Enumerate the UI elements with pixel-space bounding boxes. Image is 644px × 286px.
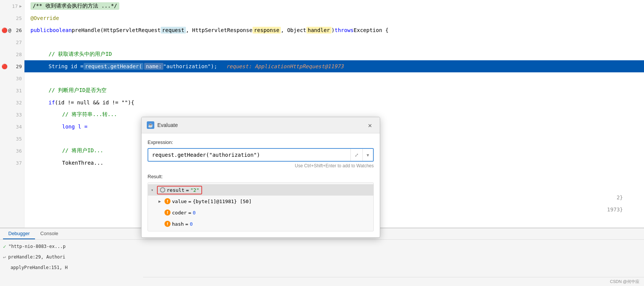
dialog-app-icon: ☕ (147, 121, 154, 129)
line-num-32: 32 (16, 100, 22, 106)
right-panel-values: 2} 1973} (607, 191, 629, 216)
gutter-line-36: 36 (0, 145, 24, 157)
expression-input[interactable] (148, 149, 350, 161)
dialog-title-text: Evaluate (157, 122, 178, 128)
gutter-line-26: 🔴 @ 26 (0, 24, 24, 36)
exception-text: Exception { (354, 27, 389, 33)
comma2: , Object (281, 27, 306, 33)
item-text-2: preHandle:29, Authori (8, 254, 65, 260)
result-row-3[interactable]: f coder = 0 (148, 207, 373, 218)
result-key-2: value (172, 199, 187, 204)
line-num-31: 31 (16, 88, 22, 93)
line-num-35: 35 (16, 136, 22, 142)
check-icon-1: ✓ (3, 243, 6, 249)
gutter-line-33: 33 (0, 109, 24, 121)
dropdown-arrow-btn[interactable]: ▾ (362, 149, 373, 161)
line-num-36: 36 (16, 148, 22, 154)
code-line-17: /** 收到请求会执行的方法 ...*/ (24, 0, 644, 12)
line-num-37: 37 (16, 160, 22, 166)
result-eq-3: = (188, 210, 191, 216)
gutter-line-29: 🔴 29 (0, 60, 24, 72)
code-37: TokenThrea... (62, 160, 104, 166)
hl-method-call: request.getHeader( (84, 63, 144, 70)
kw-public: public (30, 27, 50, 33)
tab-debugger[interactable]: Debugger (3, 228, 35, 239)
gutter-line-17: 17 ▶ (0, 0, 24, 12)
hl-string-id: String id = (49, 63, 84, 69)
method-prehandle: preHandle (72, 27, 100, 33)
result-key-3: coder (172, 210, 187, 216)
result-row-2[interactable]: ▶ f value = {byte[1]@11981} [50] (148, 196, 373, 207)
kw-long: long l = (62, 124, 87, 130)
comment-33: // 将字符串...转... (62, 111, 117, 118)
condition-32: (id != null && id != ""){ (55, 99, 134, 106)
result-val-4: 0 (190, 221, 193, 227)
breakpoint-icon-29: 🔴 (2, 64, 8, 69)
code-line-28: // 获取请求头中的用户ID (24, 48, 644, 60)
code-line-27 (24, 36, 644, 48)
line-num-30: 30 (16, 76, 22, 81)
result-icon-f-2: f (164, 198, 171, 204)
bottom-item-2[interactable]: ↩ preHandle:29, Authori (3, 252, 641, 262)
type-httprequest: HttpServletRequest (104, 27, 161, 33)
code-line-32: if (id != null && id != ""){ (24, 96, 644, 109)
expand-chevron-2: ▶ (158, 199, 163, 204)
bottom-item-1[interactable]: ✓ "http-nio-8083-ex...p (3, 241, 641, 252)
result-row-1[interactable]: ▾ result = "2" (148, 184, 373, 196)
line-num-34: 34 (16, 124, 22, 130)
line-num-17: 17 (12, 3, 18, 9)
right-val-2: 1973} (607, 203, 629, 216)
comment-28: // 获取请求头中的用户ID (49, 51, 112, 58)
code-line-25: @Override (24, 12, 644, 24)
gutter-line-28: 28 (0, 48, 24, 60)
debugger-icon-26: 🔴 (2, 28, 8, 33)
line-number-gutter: 17 ▶ 25 🔴 @ 26 27 28 🔴 29 30 31 (0, 0, 24, 228)
comma1: , HttpServletResponse (186, 27, 253, 33)
gutter-line-31: 31 (0, 84, 24, 96)
expression-label: Expression: (148, 139, 374, 145)
expression-input-row: ⤢ ▾ (148, 148, 374, 162)
dialog-body: Expression: ⤢ ▾ Use Ctrl+Shift+Enter to … (142, 133, 380, 237)
comment-31: // 判断用户ID是否为空 (49, 87, 107, 94)
item-text-1: "http-nio-8083-ex...p (8, 244, 65, 249)
result-area: ▾ result = "2" ▶ f value = {byte[1]@1198… (148, 182, 374, 231)
gutter-line-35: 35 (0, 133, 24, 145)
expand-chevron-1: ▾ (151, 188, 155, 193)
hl-rest: "authorization"); (163, 63, 217, 69)
result-outlined-box: result = "2" (157, 186, 202, 194)
line-num-28: 28 (16, 52, 22, 57)
tab-console[interactable]: Console (35, 228, 64, 239)
param-request: request (161, 27, 186, 34)
result-val-3: 0 (193, 210, 196, 216)
result-val-1: "2" (190, 187, 199, 193)
watch-icon-26: @ (8, 28, 11, 33)
expand-icon-btn[interactable]: ⤢ (350, 149, 362, 161)
param-handler: handler (306, 27, 332, 34)
expression-hint: Use Ctrl+Shift+Enter to add to Watches (148, 163, 374, 168)
hl-name-param: name: (144, 63, 163, 70)
result-key-1: result (167, 187, 184, 193)
gutter-line-32: 32 (0, 96, 24, 109)
code-line-29: String id = request.getHeader( name: "au… (24, 60, 644, 72)
dialog-titlebar: ☕ Evaluate × (142, 117, 380, 133)
paren-open: ( (100, 27, 103, 33)
result-row-4[interactable]: f hash = 0 (148, 218, 373, 229)
result-icon-circle-1 (160, 187, 165, 193)
paren-close: ) (332, 27, 335, 33)
bottom-item-3[interactable]: applyPreHandle:151, H (3, 262, 641, 273)
result-eq-1: = (186, 187, 189, 193)
kw-if: if (49, 99, 55, 106)
gutter-line-37: 37 (0, 157, 24, 169)
annotation-override: @Override (30, 15, 59, 21)
gutter-line-25: 25 (0, 12, 24, 24)
kw-throws: throws (335, 27, 354, 33)
line-num-25: 25 (16, 15, 22, 21)
item-text-3: applyPreHandle:151, H (11, 265, 68, 270)
collapse-arrow-17[interactable]: ▶ (19, 4, 22, 9)
dialog-close-button[interactable]: × (365, 121, 375, 130)
evaluate-dialog: ☕ Evaluate × Expression: ⤢ ▾ Use Ctrl+Sh… (141, 117, 380, 238)
gutter-line-34: 34 (0, 121, 24, 133)
gutter-line-30: 30 (0, 72, 24, 84)
code-line-26: public boolean preHandle ( HttpServletRe… (24, 24, 644, 36)
code-line-31: // 判断用户ID是否为空 (24, 84, 644, 96)
